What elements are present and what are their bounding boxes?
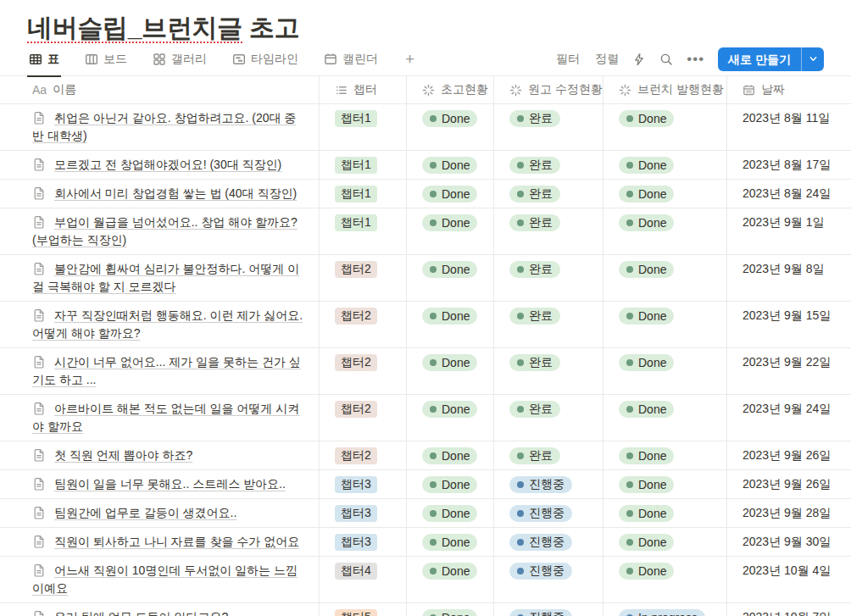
tab-calendar-view[interactable]: 캘린더 [322, 42, 380, 76]
cell-revision-status[interactable]: 진행중 [494, 499, 603, 527]
cell-date[interactable]: 2023년 10월 7일 [727, 603, 851, 616]
new-entry-dropdown-button[interactable] [802, 47, 824, 71]
tab-board-view[interactable]: 보드 [83, 42, 129, 76]
row-title[interactable]: 회사에서 미리 창업경험 쌓는 법 (40대 직장인) [54, 186, 297, 200]
tab-table-view[interactable]: 표 [27, 42, 61, 76]
cell-date[interactable]: 2023년 9월 15일 [727, 302, 851, 347]
cell-date[interactable]: 2023년 8월 17일 [727, 151, 851, 179]
cell-publish-status[interactable]: Done [603, 395, 727, 441]
tab-timeline-view[interactable]: 타임라인 [231, 42, 300, 76]
cell-date[interactable]: 2023년 9월 24일 [727, 395, 851, 441]
cell-draft-status[interactable]: Done [407, 557, 494, 602]
cell-publish-status[interactable]: Done [603, 441, 727, 469]
cell-publish-status[interactable]: Done [603, 499, 727, 527]
cell-revision-status[interactable]: 완료 [494, 180, 603, 208]
cell-date[interactable]: 2023년 8월 11일 [727, 104, 851, 150]
cell-name[interactable]: 팀원이 일을 너무 못해요.. 스트레스 받아요.. [0, 470, 320, 498]
cell-draft-status[interactable]: Done [407, 395, 494, 441]
cell-draft-status[interactable]: Done [407, 255, 494, 301]
row-title[interactable]: 취업은 아닌거 같아요. 창업하려고요. (20대 중반 대학생) [32, 111, 296, 142]
cell-publish-status[interactable]: Done [603, 302, 727, 347]
cell-draft-status[interactable]: Done [407, 499, 494, 527]
cell-date[interactable]: 2023년 9월 30일 [727, 528, 851, 556]
row-title[interactable]: 어느새 직원이 10명인데 두서없이 일하는 느낌이예요 [32, 563, 298, 595]
cell-name[interactable]: 자꾸 직장인때처럼 행동해요. 이런 제가 싫어요. 어떻게 해야 할까요? [0, 302, 320, 347]
cell-name[interactable]: 우리 팀에 업무 도둑이 있다고요? [0, 603, 320, 616]
cell-revision-status[interactable]: 완료 [494, 208, 603, 254]
row-title[interactable]: 아르바이트 해본 적도 없는데 일을 어떻게 시켜야 할까요 [32, 402, 299, 433]
new-entry-button[interactable]: 새로 만들기 [718, 47, 801, 71]
cell-revision-status[interactable]: 완료 [494, 151, 603, 179]
row-title[interactable]: 팀원이 일을 너무 못해요.. 스트레스 받아요.. [54, 477, 286, 491]
cell-chapter[interactable]: 챕터2 [320, 255, 407, 301]
cell-publish-status[interactable]: Done [603, 470, 727, 498]
filter-button[interactable]: 필터 [556, 52, 580, 67]
cell-draft-status[interactable]: Done [407, 470, 494, 498]
row-title[interactable]: 모르겠고 전 창업해야겠어요! (30대 직장인) [54, 158, 281, 171]
lightning-button[interactable] [632, 53, 646, 66]
cell-revision-status[interactable]: 진행중 [494, 470, 603, 498]
row-title[interactable]: 팀원간에 업무로 갈등이 생겼어요.. [54, 506, 236, 519]
cell-date[interactable]: 2023년 9월 22일 [727, 348, 851, 394]
cell-draft-status[interactable]: Done [407, 528, 494, 556]
cell-draft-status[interactable]: Done [407, 348, 494, 394]
cell-chapter[interactable]: 챕터2 [320, 395, 407, 441]
row-title[interactable]: 첫 직원 언제 뽑아야 하죠? [54, 448, 192, 462]
cell-revision-status[interactable]: 완료 [494, 348, 603, 394]
sort-button[interactable]: 정렬 [595, 52, 619, 67]
cell-revision-status[interactable]: 완료 [494, 441, 603, 469]
cell-chapter[interactable]: 챕터2 [320, 302, 407, 347]
cell-date[interactable]: 2023년 9월 8일 [727, 255, 851, 301]
row-title[interactable]: 자꾸 직장인때처럼 행동해요. 이런 제가 싫어요. 어떻게 해야 할까요? [32, 308, 303, 340]
row-title[interactable]: 우리 팀에 업무 도둑이 있다고요? [54, 610, 228, 616]
search-button[interactable] [659, 53, 673, 66]
column-header-name[interactable]: Aa 이름 [0, 76, 320, 104]
cell-chapter[interactable]: 챕터3 [320, 528, 407, 556]
cell-chapter[interactable]: 챕터1 [320, 208, 407, 254]
cell-publish-status[interactable]: Done [603, 348, 727, 394]
row-title[interactable]: 시간이 너무 없어요... 제가 일을 못하는 건가 싶기도 하고 ... [32, 355, 301, 386]
column-header-chapter[interactable]: 챕터 [320, 76, 407, 104]
cell-publish-status[interactable]: Done [603, 104, 727, 150]
cell-name[interactable]: 팀원간에 업무로 갈등이 생겼어요.. [0, 499, 320, 527]
cell-chapter[interactable]: 챕터3 [320, 470, 407, 498]
column-header-revision-status[interactable]: 원고 수정현황 [494, 76, 603, 104]
cell-publish-status[interactable]: Done [603, 180, 727, 208]
cell-draft-status[interactable]: Done [407, 180, 494, 208]
cell-date[interactable]: 2023년 8월 24일 [727, 180, 851, 208]
cell-chapter[interactable]: 챕터2 [320, 348, 407, 394]
cell-draft-status[interactable]: Done [407, 151, 494, 179]
cell-draft-status[interactable]: Done [407, 104, 494, 150]
cell-draft-status[interactable]: Done [407, 441, 494, 469]
cell-draft-status[interactable]: Done [407, 208, 494, 254]
tab-gallery-view[interactable]: 갤러리 [151, 42, 209, 76]
cell-revision-status[interactable]: 진행중 [494, 603, 603, 616]
cell-date[interactable]: 2023년 9월 26일 [727, 470, 851, 498]
cell-revision-status[interactable]: 완료 [494, 302, 603, 347]
cell-publish-status[interactable]: Done [603, 557, 727, 602]
cell-revision-status[interactable]: 완료 [494, 255, 603, 301]
cell-name[interactable]: 모르겠고 전 창업해야겠어요! (30대 직장인) [0, 151, 320, 179]
cell-name[interactable]: 어느새 직원이 10명인데 두서없이 일하는 느낌이예요 [0, 557, 320, 602]
add-view-button[interactable]: + [402, 42, 418, 76]
cell-date[interactable]: 2023년 9월 28일 [727, 499, 851, 527]
cell-name[interactable]: 직원이 퇴사하고 나니 자료를 찾을 수가 없어요 [0, 528, 320, 556]
column-header-date[interactable]: 날짜 [727, 76, 851, 104]
cell-name[interactable]: 불안감에 휩싸여 심리가 불안정하다. 어떻게 이걸 극복해야 할 지 모르겠다 [0, 255, 320, 301]
more-button[interactable]: ••• [687, 55, 704, 64]
cell-date[interactable]: 2023년 9월 26일 [727, 441, 851, 469]
cell-name[interactable]: 취업은 아닌거 같아요. 창업하려고요. (20대 중반 대학생) [0, 104, 320, 150]
cell-revision-status[interactable]: 진행중 [494, 557, 603, 602]
row-title[interactable]: 불안감에 휩싸여 심리가 불안정하다. 어떻게 이걸 극복해야 할 지 모르겠다 [32, 262, 299, 293]
cell-publish-status[interactable]: Done [603, 255, 727, 301]
cell-chapter[interactable]: 챕터1 [320, 180, 407, 208]
page-title[interactable]: 네버슬립_브런치글 초고 [27, 12, 824, 44]
cell-date[interactable]: 2023년 9월 1일 [727, 208, 851, 254]
cell-revision-status[interactable]: 완료 [494, 395, 603, 441]
column-header-publish-status[interactable]: 브런치 발행현황 [603, 76, 727, 104]
cell-revision-status[interactable]: 진행중 [494, 528, 603, 556]
cell-date[interactable]: 2023년 10월 4일 [727, 557, 851, 602]
cell-publish-status[interactable]: Done [603, 528, 727, 556]
cell-name[interactable]: 첫 직원 언제 뽑아야 하죠? [0, 441, 320, 469]
cell-name[interactable]: 부업이 월급을 넘어섰어요.. 창업 해야 할까요? (부업하는 직장인) [0, 208, 320, 254]
